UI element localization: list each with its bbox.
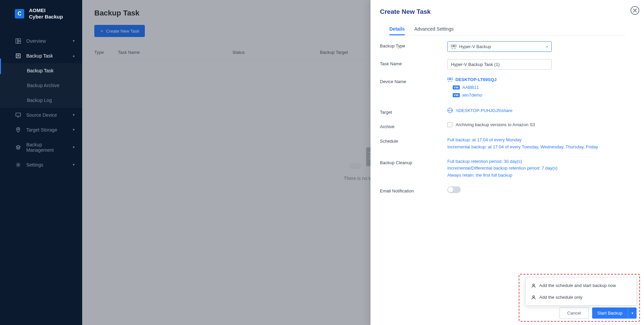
tab-details[interactable]: Details bbox=[389, 23, 405, 35]
target-path[interactable]: \\DESKTOP-PUHJGJ5\share bbox=[456, 108, 512, 113]
panel-tabs: Details Advanced Settings bbox=[389, 23, 625, 35]
tab-label: Details bbox=[389, 26, 405, 32]
sidebar-item-settings[interactable]: Settings ▾ bbox=[0, 157, 82, 172]
task-name-input[interactable] bbox=[447, 59, 552, 70]
chevron-down-icon: ▾ bbox=[73, 113, 75, 117]
svg-rect-6 bbox=[16, 113, 21, 116]
schedule-line: Incremental backup: at 17:04 of every Tu… bbox=[447, 144, 635, 151]
backup-type-select[interactable]: Hyper-V Backup ▾ bbox=[447, 41, 552, 52]
sidebar-sub-task[interactable]: Backup Task bbox=[27, 63, 82, 78]
start-backup-split-button: Start Backup ▾ bbox=[592, 308, 637, 319]
logo-text: AOMEI Cyber Backup bbox=[29, 7, 63, 20]
app-root: C AOMEI Cyber Backup Overview ▾ Backup T… bbox=[0, 0, 644, 325]
svg-rect-11 bbox=[454, 45, 456, 47]
cleanup-line: Full backup retention period: 30 day(s) bbox=[447, 158, 635, 165]
svg-rect-3 bbox=[16, 54, 20, 58]
start-backup-label: Start Backup bbox=[598, 311, 622, 316]
chevron-down-icon: ▾ bbox=[73, 162, 75, 167]
logo-icon: C bbox=[15, 9, 24, 19]
label-cleanup: Backup Cleanup bbox=[380, 158, 447, 165]
svg-point-8 bbox=[18, 129, 19, 130]
menu-item-label: Add the schedule only bbox=[539, 295, 582, 300]
schedule-link[interactable]: Full backup: at 17:04 of every Monday In… bbox=[447, 137, 635, 151]
monitor-icon bbox=[15, 112, 21, 118]
device-host[interactable]: DESKTOP-LT69SQJ bbox=[447, 77, 635, 82]
sidebar-sub-archive[interactable]: Backup Archive bbox=[27, 78, 82, 93]
menu-item-start-now[interactable]: Add the schedule and start backup now bbox=[526, 280, 636, 291]
hyperv-icon bbox=[447, 77, 453, 82]
label-target: Target bbox=[380, 108, 447, 115]
label-device-name: Device Name bbox=[380, 77, 447, 84]
chevron-down-icon: ▾ bbox=[546, 45, 548, 48]
menu-item-label: Add the schedule and start backup now bbox=[539, 283, 616, 288]
panel-body: Backup Type Hyper-V Backup ▾ Task Name bbox=[371, 35, 644, 307]
hyperv-icon bbox=[451, 44, 456, 49]
chevron-down-icon: ▾ bbox=[632, 311, 633, 315]
chevron-down-icon: ▾ bbox=[73, 145, 75, 149]
layers-icon bbox=[15, 145, 21, 150]
cancel-button[interactable]: Cancel bbox=[559, 307, 588, 319]
close-icon bbox=[633, 8, 637, 12]
pin-icon bbox=[15, 127, 21, 133]
cancel-label: Cancel bbox=[567, 311, 581, 316]
svg-rect-14 bbox=[447, 78, 450, 80]
sidebar-sub-log[interactable]: Backup Log bbox=[27, 93, 82, 108]
task-icon bbox=[15, 53, 21, 59]
svg-point-18 bbox=[533, 284, 535, 286]
start-backup-button[interactable]: Start Backup bbox=[592, 308, 628, 319]
sidebar-item-label: Settings bbox=[26, 162, 43, 168]
close-button[interactable] bbox=[631, 6, 639, 15]
schedule-line: Full backup: at 17:04 of every Monday bbox=[447, 137, 635, 144]
cleanup-line: Always retain: the first full backup bbox=[447, 172, 635, 179]
archive-checkbox[interactable] bbox=[447, 122, 452, 127]
chevron-down-icon: ▾ bbox=[73, 128, 75, 132]
tab-advanced[interactable]: Advanced Settings bbox=[414, 23, 454, 35]
tab-label: Advanced Settings bbox=[414, 26, 454, 32]
sidebar-nav: Overview ▾ Backup Task ▴ Backup Task Bac… bbox=[0, 34, 82, 172]
sidebar-item-label: Backup Management bbox=[26, 142, 67, 153]
gear-icon bbox=[15, 162, 21, 168]
sidebar-sub-label: Backup Log bbox=[27, 98, 52, 103]
sidebar-sub-backup-task: Backup Task Backup Archive Backup Log bbox=[0, 63, 82, 108]
sidebar-item-label: Source Device bbox=[26, 112, 57, 118]
email-toggle[interactable] bbox=[447, 186, 461, 193]
chevron-down-icon: ▾ bbox=[73, 39, 75, 43]
label-schedule: Schedule bbox=[380, 137, 447, 144]
sidebar-item-label: Overview bbox=[26, 38, 46, 44]
label-backup-type: Backup Type bbox=[380, 41, 447, 48]
label-email: Email Notification bbox=[380, 186, 447, 193]
person-icon bbox=[531, 295, 536, 300]
sidebar-item-source[interactable]: Source Device ▾ bbox=[0, 108, 82, 122]
label-archive: Archive bbox=[380, 122, 447, 129]
start-backup-menu: Add the schedule and start backup now Ad… bbox=[525, 277, 637, 305]
sidebar: C AOMEI Cyber Backup Overview ▾ Backup T… bbox=[0, 0, 82, 325]
svg-point-19 bbox=[533, 296, 535, 297]
archive-text: Archiving backup versions to Amazon S3 bbox=[456, 122, 535, 127]
cleanup-link[interactable]: Full backup retention period: 30 day(s) … bbox=[447, 158, 635, 179]
vm-name: win7demo bbox=[462, 93, 482, 98]
svg-rect-15 bbox=[450, 78, 453, 80]
vm-badge-icon: VM bbox=[453, 93, 460, 97]
sidebar-item-backup-task[interactable]: Backup Task ▴ bbox=[0, 48, 82, 63]
vm-badge-icon: VM bbox=[453, 85, 460, 89]
sidebar-sub-label: Backup Archive bbox=[27, 83, 60, 88]
menu-item-schedule-only[interactable]: Add the schedule only bbox=[526, 291, 636, 303]
device-host-name: DESKTOP-LT69SQJ bbox=[455, 77, 496, 82]
panel-footer: Add the schedule and start backup now Ad… bbox=[371, 307, 644, 325]
vm-item-0[interactable]: VM AABB11 bbox=[447, 85, 635, 90]
logo: C AOMEI Cyber Backup bbox=[0, 0, 82, 28]
vm-name: AABB11 bbox=[462, 85, 479, 90]
start-backup-dropdown[interactable]: ▾ bbox=[628, 308, 637, 319]
sidebar-item-overview[interactable]: Overview ▾ bbox=[0, 34, 82, 48]
vm-item-1[interactable]: VM win7demo bbox=[447, 93, 635, 98]
sidebar-item-mgmt[interactable]: Backup Management ▾ bbox=[0, 137, 82, 157]
svg-rect-10 bbox=[451, 45, 453, 47]
svg-point-9 bbox=[18, 164, 19, 166]
svg-rect-1 bbox=[18, 39, 21, 41]
dashboard-icon bbox=[15, 38, 21, 44]
panel-title: Create New Task bbox=[380, 8, 635, 15]
svg-rect-0 bbox=[16, 39, 18, 43]
sidebar-item-label: Target Storage bbox=[26, 127, 57, 133]
sidebar-item-target[interactable]: Target Storage ▾ bbox=[0, 122, 82, 137]
person-icon bbox=[531, 283, 536, 288]
